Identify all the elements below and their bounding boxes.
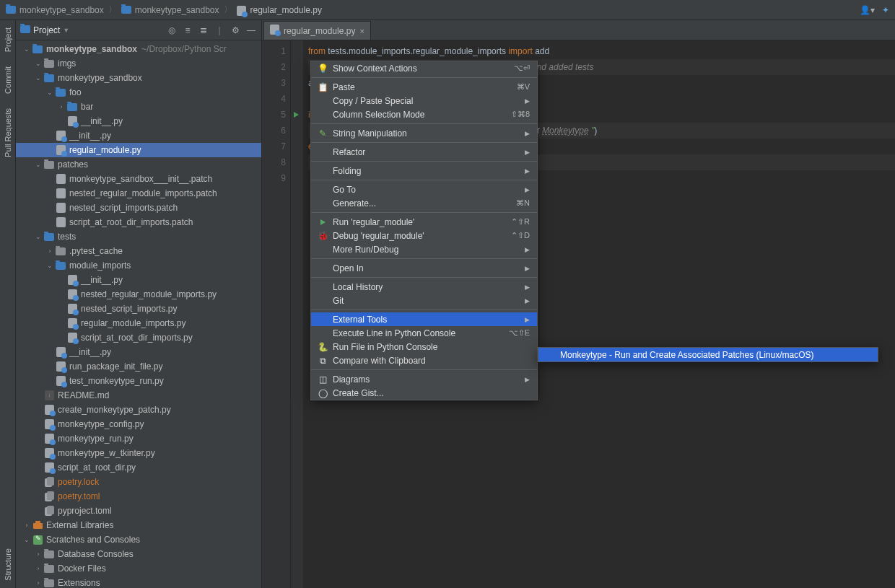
- gear-icon[interactable]: ⚙: [230, 25, 241, 35]
- hide-icon[interactable]: —: [245, 25, 257, 35]
- tool-tab-project[interactable]: Project: [1, 20, 14, 59]
- menu-item[interactable]: Folding▶: [311, 164, 537, 177]
- menu-item[interactable]: 💡Show Context Actions⌥⏎: [311, 61, 537, 75]
- menu-item[interactable]: Git▶: [311, 294, 537, 307]
- chevron-down-icon[interactable]: ⌄: [45, 262, 55, 269]
- project-title[interactable]: Project: [33, 25, 60, 35]
- collapse-all-icon[interactable]: ≣: [198, 25, 209, 35]
- tree-item[interactable]: ⌄patches: [16, 157, 261, 172]
- tree-item[interactable]: poetry.lock: [16, 475, 261, 489]
- chevron-right-icon[interactable]: ›: [33, 579, 43, 587]
- project-tree[interactable]: ⌄monkeytype_sandbox~/Dropbox/Python Scr⌄…: [16, 40, 261, 588]
- menu-item[interactable]: More Run/Debug▶: [311, 242, 537, 256]
- tree-item[interactable]: run_package_init_file.py: [16, 359, 261, 374]
- chevron-down-icon[interactable]: ▼: [63, 27, 69, 34]
- chevron-down-icon[interactable]: ⌄: [45, 89, 55, 96]
- menu-item[interactable]: Open In▶: [311, 261, 537, 275]
- run-gutter[interactable]: [291, 40, 302, 588]
- breadcrumb-item[interactable]: monkeytype_sandbox: [135, 5, 219, 15]
- tree-item[interactable]: poetry.toml: [16, 489, 261, 504]
- tree-item[interactable]: script_at_root_dir.py: [16, 460, 261, 475]
- tool-tab-commit[interactable]: Commit: [1, 59, 14, 101]
- tree-item[interactable]: ⌄tests: [16, 229, 261, 244]
- tree-item[interactable]: __init__.py: [16, 114, 261, 128]
- external-tools-submenu[interactable]: Monkeytype - Run and Create Associated P…: [538, 347, 878, 362]
- tree-item[interactable]: test_monkeytype_run.py: [16, 374, 261, 388]
- code-line[interactable]: from tests.module_imports.regular_module…: [308, 43, 895, 59]
- tree-item[interactable]: ›.pytest_cache: [16, 244, 261, 258]
- tree-item[interactable]: ⌄imgs: [16, 56, 261, 71]
- chevron-down-icon[interactable]: ⌄: [22, 536, 32, 543]
- menu-item[interactable]: ⧉Compare with Clipboard: [311, 354, 537, 367]
- tool-tab-structure[interactable]: Structure: [1, 541, 14, 588]
- chevron-down-icon[interactable]: ⌄: [33, 74, 43, 82]
- chevron-down-icon[interactable]: ⌄: [22, 45, 32, 53]
- menu-item[interactable]: Go To▶: [311, 183, 537, 196]
- editor-tab[interactable]: regular_module.py ×: [263, 21, 371, 40]
- menu-item[interactable]: 🐍Run File in Python Console: [311, 340, 537, 354]
- tree-item[interactable]: create_monkeytype_patch.py: [16, 403, 261, 417]
- tree-item[interactable]: regular_module_imports.py: [16, 316, 261, 330]
- menu-item[interactable]: ◫Diagrams▶: [311, 372, 537, 386]
- chevron-right-icon[interactable]: ›: [33, 550, 43, 558]
- chevron-right-icon[interactable]: ›: [33, 565, 43, 572]
- tree-item[interactable]: monkeytype_config.py: [16, 417, 261, 431]
- tree-item[interactable]: __init__.py: [16, 345, 261, 359]
- tree-item[interactable]: ›Docker Files: [16, 561, 261, 576]
- tree-item[interactable]: nested_regular_module_imports.patch: [16, 186, 261, 201]
- editor-context-menu[interactable]: 💡Show Context Actions⌥⏎📋Paste⌘VCopy / Pa…: [310, 61, 538, 400]
- menu-item[interactable]: 📋Paste⌘V: [311, 80, 537, 94]
- submenu-arrow-icon: ▶: [525, 246, 530, 253]
- breadcrumb-item[interactable]: regular_module.py: [250, 5, 322, 15]
- tool-tab-pull-requests[interactable]: Pull Requests: [1, 101, 14, 164]
- menu-item[interactable]: Column Selection Mode⇧⌘8: [311, 107, 537, 121]
- close-icon[interactable]: ×: [359, 27, 364, 35]
- menu-item[interactable]: Run 'regular_module'⌃⇧R: [311, 215, 537, 229]
- tree-item[interactable]: regular_module.py: [16, 143, 261, 157]
- tree-item[interactable]: ⌄foo: [16, 85, 261, 100]
- chevron-right-icon[interactable]: ›: [22, 522, 32, 529]
- chevron-right-icon[interactable]: ›: [45, 247, 55, 255]
- tree-item[interactable]: nested_script_imports.py: [16, 302, 261, 316]
- tree-item[interactable]: __init__.py: [16, 128, 261, 143]
- tree-item[interactable]: ›Database Consoles: [16, 547, 261, 561]
- tree-item[interactable]: ⌄Scratches and Consoles: [16, 532, 261, 547]
- menu-item[interactable]: Refactor▶: [311, 145, 537, 159]
- tree-item[interactable]: README.md: [16, 388, 261, 403]
- tree-item[interactable]: ›Extensions: [16, 576, 261, 588]
- menu-item[interactable]: Generate...⌘N: [311, 196, 537, 210]
- expand-all-icon[interactable]: ≡: [182, 25, 193, 35]
- tree-item[interactable]: ⌄monkeytype_sandbox: [16, 71, 261, 85]
- tree-item[interactable]: ›External Libraries: [16, 518, 261, 532]
- menu-item[interactable]: Execute Line in Python Console⌥⇧E: [311, 326, 537, 340]
- tree-item[interactable]: nested_script_imports.patch: [16, 201, 261, 215]
- tree-item[interactable]: monkeytype_run.py: [16, 431, 261, 446]
- tree-item[interactable]: __init__.py: [16, 273, 261, 287]
- menu-item[interactable]: ✎String Manipulation▶: [311, 126, 537, 140]
- chevron-right-icon[interactable]: ›: [56, 103, 66, 110]
- chevron-down-icon[interactable]: ⌄: [33, 161, 43, 168]
- select-opened-file-icon[interactable]: ◎: [166, 25, 178, 35]
- tree-item[interactable]: nested_regular_module_imports.py: [16, 287, 261, 302]
- breadcrumb-item[interactable]: monkeytype_sandbox: [19, 5, 104, 15]
- tree-item[interactable]: ›bar: [16, 100, 261, 114]
- menu-item[interactable]: Local History▶: [311, 280, 537, 294]
- tree-item[interactable]: monkeytype_w_tkinter.py: [16, 446, 261, 460]
- tree-item[interactable]: pyproject.toml: [16, 504, 261, 518]
- tree-item[interactable]: script_at_root_dir_imports.py: [16, 330, 261, 345]
- user-icon[interactable]: 👤▾: [860, 5, 875, 15]
- chevron-down-icon[interactable]: ⌄: [33, 60, 43, 67]
- chevron-down-icon[interactable]: ⌄: [33, 233, 43, 240]
- menu-item-label: Copy / Paste Special: [333, 96, 520, 106]
- tree-item[interactable]: ⌄module_imports: [16, 258, 261, 273]
- menu-item[interactable]: ◯Create Gist...: [311, 386, 537, 400]
- tree-item[interactable]: monkeytype_sandbox___init__.patch: [16, 172, 261, 186]
- tree-item[interactable]: script_at_root_dir_imports.patch: [16, 215, 261, 229]
- tree-item[interactable]: ⌄monkeytype_sandbox~/Dropbox/Python Scr: [16, 42, 261, 56]
- run-gutter-icon[interactable]: [294, 112, 299, 118]
- settings-icon[interactable]: ✦: [882, 5, 889, 15]
- menu-item[interactable]: 🐞Debug 'regular_module'⌃⇧D: [311, 229, 537, 242]
- menu-item[interactable]: External Tools▶: [311, 312, 537, 326]
- menu-item[interactable]: Copy / Paste Special▶: [311, 94, 537, 107]
- menu-item[interactable]: Monkeytype - Run and Create Associated P…: [538, 348, 878, 361]
